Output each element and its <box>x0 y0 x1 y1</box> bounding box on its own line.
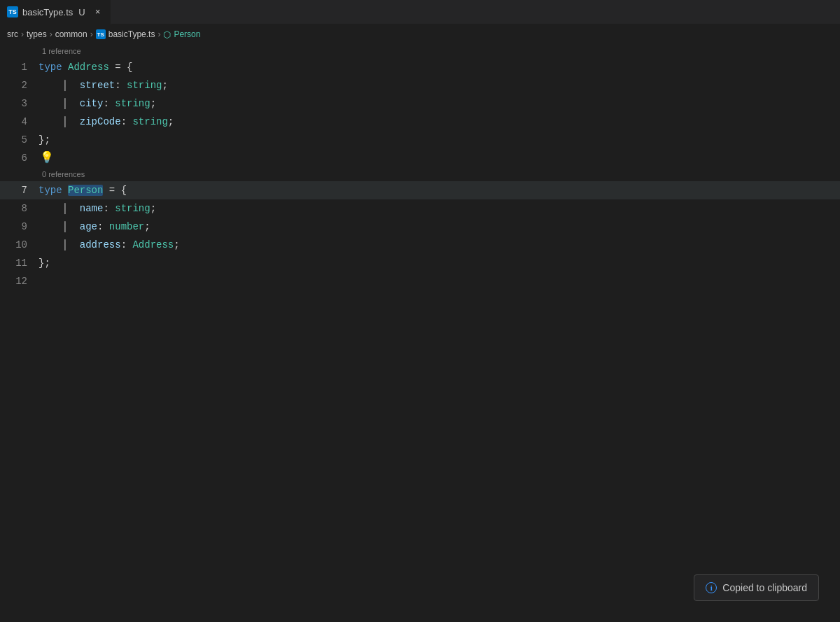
tab-close-button[interactable]: × <box>92 6 104 17</box>
code-line-5: 5 }; <box>0 131 840 149</box>
line-num-2: 2 <box>0 80 38 91</box>
breadcrumb-person-icon: ⬡ <box>163 29 171 40</box>
line-num-9: 9 <box>0 221 38 232</box>
code-line-6: 6 💡 <box>0 149 840 167</box>
toast-message: Copied to clipboard <box>722 582 807 593</box>
line-num-10: 10 <box>0 239 38 250</box>
lightbulb-icon[interactable]: 💡 <box>40 152 54 164</box>
breadcrumb-sep-1: › <box>21 29 24 39</box>
line-content-3: │ city: string; <box>38 94 156 113</box>
ref-hint-7: 0 references <box>0 167 840 181</box>
tab-basicType[interactable]: TS basicType.ts U × <box>0 0 111 24</box>
typescript-icon: TS <box>7 6 18 17</box>
line-num-11: 11 <box>0 257 38 269</box>
info-icon: i <box>706 582 717 593</box>
code-line-4: 4 │ zipCode: string; <box>0 113 840 131</box>
breadcrumb-person[interactable]: Person <box>174 29 200 39</box>
code-line-12: 12 <box>0 272 840 290</box>
tab-bar: TS basicType.ts U × <box>0 0 840 24</box>
code-container: 1 reference 1 type Address = { 2 │ stree… <box>0 44 840 290</box>
breadcrumb-src[interactable]: src <box>7 29 18 39</box>
breadcrumb-file[interactable]: basicType.ts <box>108 29 155 39</box>
line-content-9: │ age: number; <box>38 218 150 236</box>
code-line-3: 3 │ city: string; <box>0 94 840 113</box>
line-num-7: 7 <box>0 185 38 196</box>
line-num-6: 6 <box>0 153 38 164</box>
code-line-11: 11 }; <box>0 254 840 272</box>
code-line-10: 10 │ address: Address; <box>0 236 840 254</box>
line-num-1: 1 <box>0 62 38 73</box>
line-num-4: 4 <box>0 116 38 127</box>
breadcrumb-types[interactable]: types <box>27 29 47 39</box>
tab-modified-indicator: U <box>78 7 85 17</box>
code-line-1: 1 type Address = { <box>0 58 840 76</box>
line-content-11: }; <box>38 254 50 272</box>
line-num-3: 3 <box>0 98 38 109</box>
code-line-7: 7 type Person = { <box>0 181 840 199</box>
line-content-10: │ address: Address; <box>38 236 180 254</box>
line-content-5: }; <box>38 131 50 149</box>
ref-hint-1: 1 reference <box>0 44 840 58</box>
breadcrumb-sep-4: › <box>158 29 160 39</box>
breadcrumb: src › types › common › TS basicType.ts ›… <box>0 24 840 44</box>
editor: 1 reference 1 type Address = { 2 │ stree… <box>0 44 840 290</box>
line-content-8: │ name: string; <box>38 199 156 218</box>
line-num-8: 8 <box>0 203 38 214</box>
breadcrumb-ts-icon: TS <box>96 29 106 39</box>
breadcrumb-sep-2: › <box>50 29 52 39</box>
line-num-5: 5 <box>0 134 38 146</box>
toast-notification: i Copied to clipboard <box>694 574 819 601</box>
breadcrumb-common[interactable]: common <box>55 29 88 39</box>
line-content-1: type Address = { <box>38 58 132 76</box>
line-content-2: │ street: string; <box>38 76 168 94</box>
tab-filename: basicType.ts <box>22 7 73 17</box>
breadcrumb-sep-3: › <box>90 29 93 39</box>
code-line-9: 9 │ age: number; <box>0 218 840 236</box>
line-content-7: type Person = { <box>38 181 127 199</box>
line-num-12: 12 <box>0 276 38 287</box>
line-content-4: │ zipCode: string; <box>38 113 174 131</box>
line-content-6: 💡 <box>38 149 54 167</box>
code-line-2: 2 │ street: string; <box>0 76 840 94</box>
code-line-8: 8 │ name: string; <box>0 199 840 218</box>
